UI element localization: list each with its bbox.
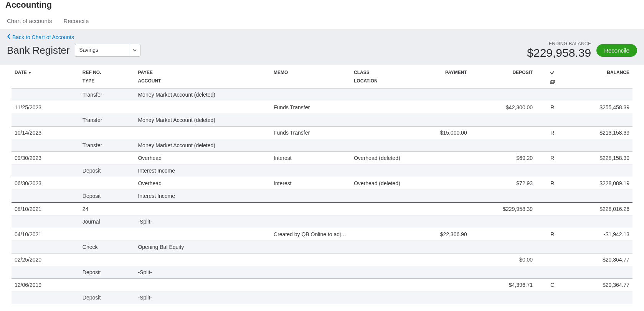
cell-memo: Funds Transfer [271, 127, 351, 139]
cell-account: Opening Bal Equity [135, 241, 271, 253]
cell-class [351, 279, 404, 291]
cell-payment [404, 202, 470, 216]
cell-type: Deposit [79, 190, 135, 203]
cell-rec-status: R [536, 228, 569, 241]
cell-balance: $20,364.77 [569, 253, 632, 266]
table-row[interactable]: 06/30/2023OverheadInterestOverhead (dele… [12, 177, 632, 190]
cell-rec-status [536, 253, 569, 266]
col-ref-type[interactable]: REF NO. TYPE [79, 65, 135, 89]
cell-type: Deposit [79, 165, 135, 177]
cell-balance: -$1,942.13 [569, 228, 632, 241]
cell-memo: Funds Transfer [271, 101, 351, 114]
cell-date: 04/10/2021 [12, 228, 79, 241]
cell-type: Transfer [79, 89, 135, 101]
cell-balance: $228,016.26 [569, 202, 632, 216]
cell-account: Money Market Account (deleted) [135, 114, 271, 127]
col-payment[interactable]: PAYMENT [404, 65, 470, 89]
account-select[interactable]: Savings [75, 44, 140, 57]
cell-account[interactable]: -Split- [135, 291, 271, 304]
table-row-sub[interactable]: TransferMoney Market Account (deleted) [12, 139, 632, 152]
col-reconcile-status[interactable] [536, 65, 569, 89]
tab-reconcile[interactable]: Reconcile [64, 18, 89, 24]
cell-account[interactable]: -Split- [135, 266, 271, 279]
check-icon [550, 71, 555, 76]
cell-ref [79, 101, 135, 114]
col-memo[interactable]: MEMO [271, 65, 351, 89]
table-row-sub[interactable]: Deposit-Split- [12, 291, 632, 304]
table-row-sub[interactable]: DepositInterest Income [12, 165, 632, 177]
col-payee-account[interactable]: PAYEE ACCOUNT [135, 65, 271, 89]
attachment-icon [539, 79, 566, 86]
cell-ref [79, 228, 135, 241]
cell-class [351, 228, 404, 241]
table-row-sub[interactable]: Journal-Split- [12, 216, 632, 228]
cell-payment [404, 279, 470, 291]
tab-chart-of-accounts[interactable]: Chart of accounts [7, 18, 52, 24]
cell-deposit: $72.93 [470, 177, 536, 190]
chevron-down-icon [129, 44, 140, 56]
cell-balance: $213,158.39 [569, 127, 632, 139]
cell-deposit [470, 228, 536, 241]
back-to-chart-link[interactable]: Back to Chart of Accounts [7, 34, 74, 40]
cell-memo: Created by QB Online to adjus… [271, 228, 351, 241]
table-row-sub[interactable]: TransferMoney Market Account (deleted) [12, 114, 632, 127]
chevron-left-icon [7, 34, 11, 40]
cell-deposit: $69.20 [470, 152, 536, 165]
table-row-sub[interactable]: DepositInterest Income [12, 190, 632, 203]
cell-payment [404, 152, 470, 165]
cell-deposit: $0.00 [470, 253, 536, 266]
table-row[interactable]: 12/06/2019$4,396.71C$20,364.77 [12, 279, 632, 291]
ending-balance-value: $229,958.39 [527, 46, 591, 59]
cell-account: Money Market Account (deleted) [135, 139, 271, 152]
register-title: Bank Register [7, 44, 69, 56]
cell-payee: Overhead [135, 177, 271, 190]
col-balance[interactable]: BALANCE [569, 65, 632, 89]
table-row-sub[interactable]: TransferMoney Market Account (deleted) [12, 89, 632, 101]
col-deposit[interactable]: DEPOSIT [470, 65, 536, 89]
table-row[interactable]: 04/10/2021Created by QB Online to adjus…… [12, 228, 632, 241]
cell-memo [271, 253, 351, 266]
cell-ref [79, 177, 135, 190]
cell-balance: $20,364.77 [569, 279, 632, 291]
svg-rect-1 [551, 80, 555, 83]
page-title: Accounting [0, 0, 644, 13]
svg-rect-0 [550, 81, 554, 84]
cell-memo: Interest [271, 152, 351, 165]
cell-payee [135, 101, 271, 114]
cell-payment [404, 253, 470, 266]
cell-ref: 24 [79, 202, 135, 216]
col-class-location[interactable]: CLASS LOCATION [351, 65, 404, 89]
table-row-sub[interactable]: Deposit-Split- [12, 266, 632, 279]
table-row[interactable]: 08/10/202124$229,958.39$228,016.26 [12, 202, 632, 216]
table-row-sub[interactable]: CheckOpening Bal Equity [12, 241, 632, 253]
cell-class [351, 253, 404, 266]
cell-ref [79, 253, 135, 266]
table-row[interactable]: 10/14/2023Funds Transfer$15,000.00R$213,… [12, 127, 632, 139]
cell-type: Deposit [79, 291, 135, 304]
col-date[interactable]: DATE▼ [12, 65, 79, 89]
cell-date: 12/06/2019 [12, 279, 79, 291]
table-row[interactable]: 11/25/2023Funds Transfer$42,300.00R$255,… [12, 101, 632, 114]
cell-date: 11/25/2023 [12, 101, 79, 114]
cell-class [351, 127, 404, 139]
cell-deposit [470, 127, 536, 139]
account-select-value: Savings [75, 44, 129, 56]
table-row[interactable]: 09/30/2023OverheadInterestOverhead (dele… [12, 152, 632, 165]
cell-payee [135, 253, 271, 266]
cell-deposit: $4,396.71 [470, 279, 536, 291]
cell-deposit: $42,300.00 [470, 101, 536, 114]
cell-payee [135, 228, 271, 241]
cell-balance: $228,089.19 [569, 177, 632, 190]
reconcile-button[interactable]: Reconcile [596, 44, 637, 57]
cell-date: 08/10/2021 [12, 202, 79, 216]
cell-type: Journal [79, 216, 135, 228]
cell-rec-status: R [536, 177, 569, 190]
cell-date: 09/30/2023 [12, 152, 79, 165]
cell-account[interactable]: -Split- [135, 216, 271, 228]
cell-class: Overhead (deleted) [351, 152, 404, 165]
cell-type: Check [79, 241, 135, 253]
cell-memo [271, 279, 351, 291]
back-link-label: Back to Chart of Accounts [12, 34, 74, 40]
cell-rec-status: R [536, 127, 569, 139]
table-row[interactable]: 02/25/2020$0.00$20,364.77 [12, 253, 632, 266]
